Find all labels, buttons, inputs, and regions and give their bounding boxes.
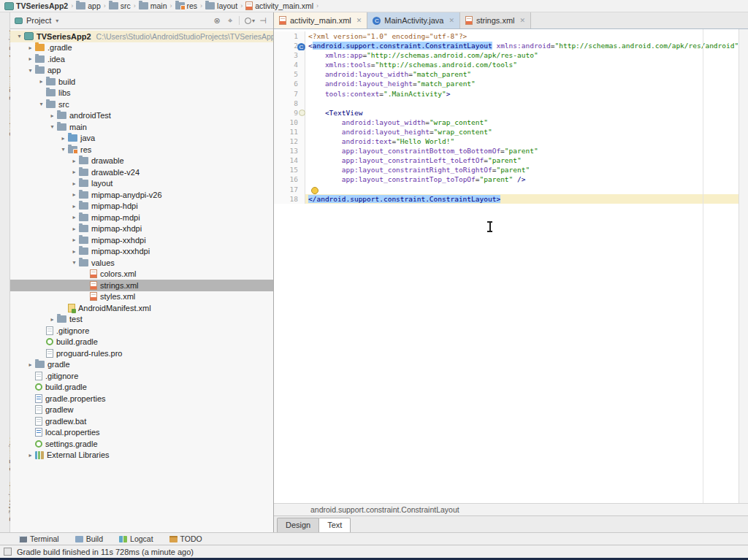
toolwindow-button-todo[interactable]: TODO <box>169 534 202 543</box>
tree-item-drawable-v24[interactable]: ▸drawable-v24 <box>10 166 273 178</box>
tree-item-gradlew[interactable]: gradlew <box>10 404 273 416</box>
collapsed-arrow-icon[interactable]: ▸ <box>26 45 35 51</box>
tree-item-mipmap-xxhdpi[interactable]: ▸mipmap-xxhdpi <box>10 234 273 246</box>
tree-item-TVSeriesApp2[interactable]: ▾TVSeriesApp2C:\Users\Studio\AndroidStud… <box>10 31 273 42</box>
intention-bulb-icon[interactable] <box>311 187 318 194</box>
collapsed-arrow-icon[interactable]: ▸ <box>69 226 79 232</box>
collapsed-arrow-icon[interactable]: ▸ <box>47 316 57 323</box>
tree-item--gradle[interactable]: ▸.gradle <box>10 42 273 54</box>
tree-item-gradle[interactable]: ▸gradle <box>10 359 273 371</box>
folder-icon <box>109 2 118 9</box>
editor-mode-tab-design[interactable]: Design <box>277 518 319 532</box>
tree-item-gradle-properties[interactable]: gradle.properties <box>10 393 273 404</box>
close-tab-icon[interactable]: ✕ <box>356 17 362 24</box>
collapsed-arrow-icon[interactable]: ▸ <box>26 452 35 459</box>
tree-item-styles-xml[interactable]: styles.xml <box>10 291 273 303</box>
collapsed-arrow-icon[interactable]: ▸ <box>69 203 79 210</box>
code-editor[interactable]: 1<?xml version="1.0" encoding="utf-8"?>2… <box>274 29 748 503</box>
tree-item-label: drawable-v24 <box>91 168 140 177</box>
tree-item-drawable[interactable]: ▸drawable <box>10 156 273 167</box>
expanded-arrow-icon[interactable]: ▾ <box>47 123 57 130</box>
breadcrumb-item-layout[interactable]: layout <box>204 1 239 10</box>
collapsed-arrow-icon[interactable]: ▸ <box>26 55 35 62</box>
code-text: app:layout_constraintRight_toRightOf="pa… <box>305 165 739 174</box>
collapsed-arrow-icon[interactable]: ▸ <box>26 361 35 368</box>
collapsed-arrow-icon[interactable]: ▸ <box>58 135 68 142</box>
tree-item-app[interactable]: ▾app <box>10 65 273 77</box>
collapsed-arrow-icon[interactable]: ▸ <box>69 180 79 187</box>
collapsed-arrow-icon[interactable]: ▸ <box>37 78 46 85</box>
collapsed-arrow-icon[interactable]: ▸ <box>69 248 79 255</box>
tree-item-layout[interactable]: ▸layout <box>10 178 273 190</box>
close-tab-icon[interactable]: ✕ <box>449 17 454 24</box>
tree-item--gitignore[interactable]: .gitignore <box>10 325 273 337</box>
tree-item-java[interactable]: ▸java <box>10 133 273 145</box>
tree-item-strings-xml[interactable]: strings.xml <box>10 280 273 291</box>
tree-item-mipmap-mdpi[interactable]: ▸mipmap-mdpi <box>10 212 273 223</box>
collapse-all-button[interactable]: ⊗ <box>211 15 223 26</box>
breadcrumb-item-app[interactable]: app <box>75 1 102 10</box>
expanded-arrow-icon[interactable]: ▾ <box>15 33 24 39</box>
collapsed-arrow-icon[interactable]: ▸ <box>69 237 79 243</box>
code-text <box>305 99 739 108</box>
settings-button[interactable]: ▾ <box>244 15 256 26</box>
editor-breadcrumb[interactable]: android.support.constraint.ConstraintLay… <box>274 503 748 515</box>
tree-item-libs[interactable]: libs <box>10 88 273 99</box>
breadcrumb-label: TVSeriesApp2 <box>16 1 68 10</box>
editor-mode-tab-text[interactable]: Text <box>318 518 351 532</box>
tree-item-mipmap-anydpi-v26[interactable]: ▸mipmap-anydpi-v26 <box>10 189 273 201</box>
tree-item-mipmap-xxxhdpi[interactable]: ▸mipmap-xxxhdpi <box>10 246 273 258</box>
expanded-arrow-icon[interactable]: ▾ <box>69 259 79 266</box>
expanded-arrow-icon[interactable]: ▾ <box>58 146 68 153</box>
editor-tab-activity_main-xml[interactable]: activity_main.xml✕ <box>274 12 367 28</box>
tree-item-build-gradle[interactable]: build.gradle <box>10 337 273 348</box>
expanded-arrow-icon[interactable]: ▾ <box>37 101 46 107</box>
tree-item-src[interactable]: ▾src <box>10 99 273 110</box>
editor-scrollbar[interactable] <box>739 29 748 503</box>
folder-icon <box>46 78 56 85</box>
xml-icon <box>90 292 97 301</box>
tree-item-res[interactable]: ▾res <box>10 144 273 156</box>
code-line-2: 2C<android.support.constraint.Constraint… <box>274 41 739 50</box>
hide-panel-button[interactable]: ⊣ <box>257 15 269 26</box>
breadcrumb-item-TVSeriesApp2[interactable]: TVSeriesApp2 <box>3 1 69 10</box>
toolwindow-button-logcat[interactable]: Logcat <box>119 534 153 543</box>
tree-item-build[interactable]: ▸build <box>10 76 273 88</box>
tree-item-build-gradle[interactable]: build.gradle <box>10 382 273 394</box>
breadcrumb-item-activity_main.xml[interactable]: activity_main.xml <box>244 1 315 10</box>
tree-item-mipmap-hdpi[interactable]: ▸mipmap-hdpi <box>10 201 273 212</box>
tree-item-External-Libraries[interactable]: ▸External Libraries <box>10 450 273 461</box>
tree-item-mipmap-xhdpi[interactable]: ▸mipmap-xhdpi <box>10 223 273 235</box>
toolwindow-button-terminal[interactable]: Terminal <box>19 534 59 543</box>
toolwindow-button-build[interactable]: Build <box>75 534 103 543</box>
collapsed-arrow-icon[interactable]: ▸ <box>69 169 79 175</box>
tree-item-colors-xml[interactable]: colors.xml <box>10 269 273 280</box>
toolwindow-toggle-icon[interactable] <box>4 548 12 556</box>
tree-item-main[interactable]: ▾main <box>10 121 273 133</box>
collapsed-arrow-icon[interactable]: ▸ <box>69 214 79 220</box>
close-tab-icon[interactable]: ✕ <box>520 17 526 24</box>
tree-item-local-properties[interactable]: local.properties <box>10 427 273 439</box>
tree-item-proguard-rules-pro[interactable]: proguard-rules.pro <box>10 348 273 359</box>
tree-item--gitignore[interactable]: .gitignore <box>10 370 273 382</box>
breadcrumb-item-main[interactable]: main <box>137 1 169 10</box>
tree-item-gradlew-bat[interactable]: gradlew.bat <box>10 415 273 427</box>
breadcrumb-item-res[interactable]: res <box>174 1 199 10</box>
collapsed-arrow-icon[interactable]: ▸ <box>69 158 79 164</box>
tree-item-androidTest[interactable]: ▸androidTest <box>10 110 273 122</box>
project-icon <box>24 32 34 40</box>
folder-icon <box>57 123 66 131</box>
collapsed-arrow-icon[interactable]: ▸ <box>47 112 57 119</box>
expanded-arrow-icon[interactable]: ▾ <box>26 67 35 74</box>
locate-file-button[interactable]: ⌖ <box>224 15 236 26</box>
collapsed-arrow-icon[interactable]: ▸ <box>69 191 79 198</box>
project-panel-title[interactable]: Project ▾ <box>15 16 58 25</box>
tree-item--idea[interactable]: ▸.idea <box>10 53 273 65</box>
tree-item-test[interactable]: ▸test <box>10 314 273 326</box>
editor-tab-MainActivity-java[interactable]: CMainActivity.java✕ <box>367 12 460 28</box>
tree-item-values[interactable]: ▾values <box>10 257 273 269</box>
tree-item-settings-gradle[interactable]: settings.gradle <box>10 438 273 450</box>
tree-item-AndroidManifest-xml[interactable]: AndroidManifest.xml <box>10 302 273 314</box>
editor-tab-strings-xml[interactable]: strings.xml✕ <box>460 12 531 28</box>
breadcrumb-item-src[interactable]: src <box>107 1 132 10</box>
